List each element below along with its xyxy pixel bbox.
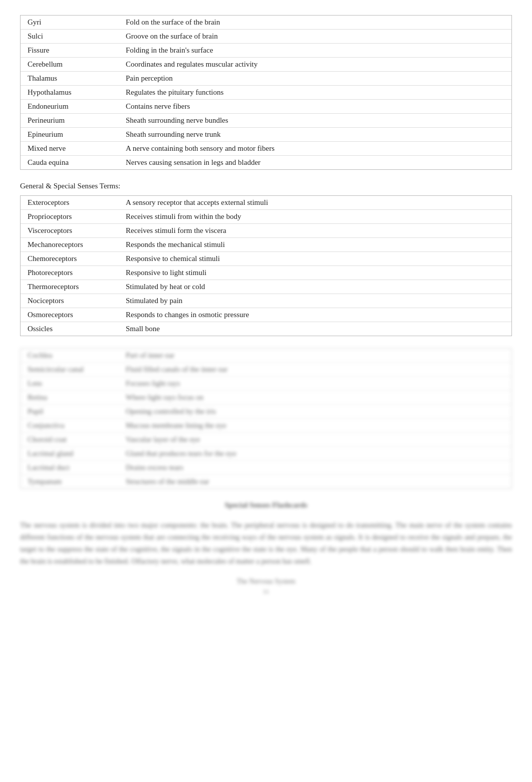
term-cell: Exteroceptors (21, 196, 121, 209)
definition-cell: Part of inner ear (121, 349, 511, 362)
table-row: Semicircular canal Fluid filled canals o… (21, 363, 511, 377)
definition-cell: Small bone (121, 322, 511, 336)
term-cell: Endoneurium (21, 100, 121, 113)
table-row: Cerebellum Coordinates and regulates mus… (21, 58, 511, 72)
term-cell: Semicircular canal (21, 363, 121, 376)
table-row: Thalamus Pain perception (21, 72, 511, 86)
definition-cell: Stimulated by heat or cold (121, 280, 511, 294)
table-row: Cauda equina Nerves causing sensation in… (21, 156, 511, 169)
term-cell: Cauda equina (21, 156, 121, 169)
table-row: Pupil Opening controlled by the iris (21, 405, 511, 419)
term-cell: Fissure (21, 44, 121, 57)
senses-heading: General & Special Senses Terms: (20, 182, 512, 190)
definition-cell: Drains excess tears (121, 461, 511, 474)
term-cell: Ossicles (21, 322, 121, 336)
table-row: Chemoreceptors Responsive to chemical st… (21, 252, 511, 266)
term-cell: Epineurium (21, 128, 121, 141)
definition-cell: Responds to changes in osmotic pressure (121, 308, 511, 322)
term-cell: Photoreceptors (21, 266, 121, 280)
term-cell: Choroid coat (21, 433, 121, 446)
blurred-section-heading: Special Senses Flashcards (20, 501, 512, 509)
table-row: Osmoreceptors Responds to changes in osm… (21, 308, 511, 322)
definition-cell: Mucous membrane lining the eye (121, 419, 511, 432)
term-cell: Cerebellum (21, 58, 121, 71)
definition-cell: Nerves causing sensation in legs and bla… (121, 156, 511, 169)
table-row: Lacrimal gland Gland that produces tears… (21, 447, 511, 461)
table-row: Proprioceptors Receives stimuli from wit… (21, 210, 511, 224)
table-row: Fissure Folding in the brain's surface (21, 44, 511, 58)
term-cell: Perineurium (21, 114, 121, 127)
definition-cell: Receives stimuli form the viscera (121, 224, 511, 237)
table-row: Tympanum Structures of the middle ear (21, 475, 511, 488)
table-row: Lacrimal duct Drains excess tears (21, 461, 511, 475)
term-cell: Thermoreceptors (21, 280, 121, 294)
definition-cell: Gland that produces tears for the eye (121, 447, 511, 460)
definition-cell: Fold on the surface of the brain (121, 16, 511, 29)
table-row: Photoreceptors Responsive to light stimu… (21, 266, 511, 280)
table-row: Sulci Groove on the surface of brain (21, 30, 511, 44)
table-row: Gyri Fold on the surface of the brain (21, 16, 511, 30)
definition-cell: A sensory receptor that accepts external… (121, 196, 511, 209)
table-row: Exteroceptors A sensory receptor that ac… (21, 196, 511, 210)
term-cell: Gyri (21, 16, 121, 29)
table-row: Choroid coat Vascular layer of the eye (21, 433, 511, 447)
table-row: Nociceptors Stimulated by pain (21, 294, 511, 308)
table-row: Perineurium Sheath surrounding nerve bun… (21, 114, 511, 128)
definition-cell: Sheath surrounding nerve trunk (121, 128, 511, 141)
table-row: Ossicles Small bone (21, 322, 511, 336)
blurred-footer: The Nervous System (20, 578, 512, 586)
definition-cell: Pain perception (121, 72, 511, 85)
term-cell: Sulci (21, 30, 121, 43)
definition-cell: Vascular layer of the eye (121, 433, 511, 446)
definition-cell: Sheath surrounding nerve bundles (121, 114, 511, 127)
blurred-table: Cochlea Part of inner ear Semicircular c… (20, 348, 512, 489)
term-cell: Hypothalamus (21, 86, 121, 99)
definition-cell: Receives stimuli from within the body (121, 210, 511, 223)
definition-cell: Regulates the pituitary functions (121, 86, 511, 99)
definition-cell: Groove on the surface of brain (121, 30, 511, 43)
term-cell: Thalamus (21, 72, 121, 85)
term-cell: Osmoreceptors (21, 308, 121, 322)
term-cell: Nociceptors (21, 294, 121, 308)
table-row: Hypothalamus Regulates the pituitary fun… (21, 86, 511, 100)
definition-cell: Responsive to light stimuli (121, 266, 511, 280)
blurred-paragraph: The nervous system is divided into two m… (20, 519, 512, 568)
definition-cell: Contains nerve fibers (121, 100, 511, 113)
term-cell: Proprioceptors (21, 210, 121, 223)
term-cell: Cochlea (21, 349, 121, 362)
table-row: Mixed nerve A nerve containing both sens… (21, 142, 511, 156)
definition-cell: Responsive to chemical stimuli (121, 252, 511, 266)
term-cell: Lacrimal gland (21, 447, 121, 460)
page-number: 11 (20, 588, 512, 596)
table-row: Thermoreceptors Stimulated by heat or co… (21, 280, 511, 294)
table-row: Mechanoreceptors Responds the mechanical… (21, 238, 511, 252)
term-cell: Pupil (21, 405, 121, 418)
definition-cell: Opening controlled by the iris (121, 405, 511, 418)
table-row: Endoneurium Contains nerve fibers (21, 100, 511, 114)
senses-table: Exteroceptors A sensory receptor that ac… (20, 195, 512, 336)
table-row: Cochlea Part of inner ear (21, 349, 511, 363)
definition-cell: Coordinates and regulates muscular activ… (121, 58, 511, 71)
term-cell: Mixed nerve (21, 142, 121, 155)
table-row: Lens Focuses light rays (21, 377, 511, 391)
definition-cell: Folding in the brain's surface (121, 44, 511, 57)
definition-cell: Stimulated by pain (121, 294, 511, 308)
term-cell: Lacrimal duct (21, 461, 121, 474)
table-row: Conjunctiva Mucous membrane lining the e… (21, 419, 511, 433)
top-terms-table: Gyri Fold on the surface of the brain Su… (20, 15, 512, 170)
blurred-content-area: Special Senses Flashcards The nervous sy… (20, 501, 512, 596)
term-cell: Mechanoreceptors (21, 238, 121, 251)
term-cell: Lens (21, 377, 121, 390)
table-row: Retina Where light rays focus on (21, 391, 511, 405)
definition-cell: Responds the mechanical stimuli (121, 238, 511, 251)
term-cell: Tympanum (21, 475, 121, 488)
definition-cell: A nerve containing both sensory and moto… (121, 142, 511, 155)
definition-cell: Fluid filled canals of the inner ear (121, 363, 511, 376)
term-cell: Chemoreceptors (21, 252, 121, 266)
table-row: Epineurium Sheath surrounding nerve trun… (21, 128, 511, 142)
term-cell: Retina (21, 391, 121, 404)
table-row: Visceroceptors Receives stimuli form the… (21, 224, 511, 238)
term-cell: Visceroceptors (21, 224, 121, 237)
definition-cell: Where light rays focus on (121, 391, 511, 404)
term-cell: Conjunctiva (21, 419, 121, 432)
